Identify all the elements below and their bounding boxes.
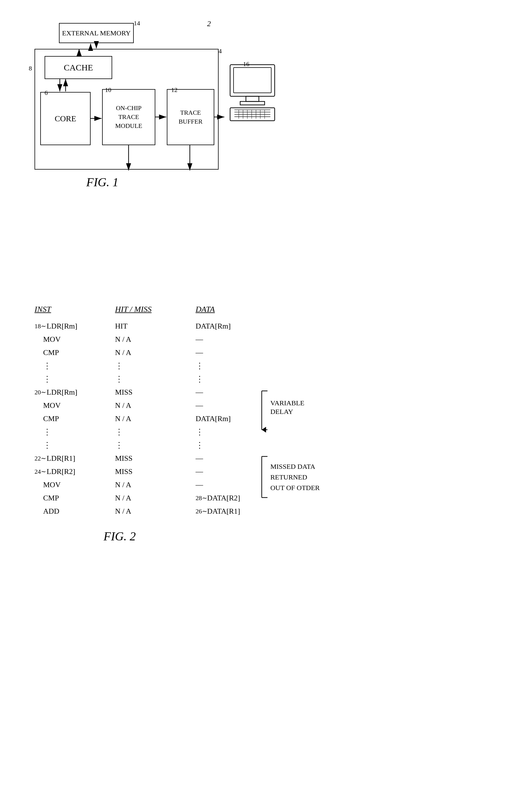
variable-label: VARIABLE	[270, 399, 304, 407]
data-val: DATA[Rm]	[196, 321, 231, 331]
fig1-diagram: 2 14 EXTERNAL MEMORY 4 8 CACHE 6 CORE 10…	[17, 11, 242, 178]
data-val: —	[196, 335, 203, 344]
row-label-26: 26∼	[196, 507, 207, 516]
data-val: DATA[Rm]	[196, 414, 231, 424]
inst-val: LDR[Rm]	[47, 387, 77, 397]
octm-label: ON-CHIPTRACEMODULE	[115, 104, 142, 130]
missed-data-label1: MISSED DATA	[270, 463, 316, 470]
data-val: —	[196, 454, 203, 463]
trace-buffer-box: TRACEBUFFER	[167, 89, 214, 145]
inst-val: MOV	[43, 401, 61, 410]
col-data-header: DATA	[196, 305, 276, 314]
hitmiss-val: HIT	[115, 321, 128, 331]
hitmiss-val: N / A	[115, 348, 131, 357]
trace-buffer-label: TRACEBUFFER	[179, 108, 202, 126]
svg-rect-16	[240, 102, 265, 105]
row-label-28: 28∼	[196, 494, 207, 502]
data-val: DATA[R2]	[207, 493, 240, 503]
table-row: ⋮ ⋮ ⋮	[34, 439, 500, 452]
data-val: —	[196, 401, 203, 410]
inst-val: LDR[Rm]	[47, 321, 77, 331]
cache-box: CACHE	[45, 56, 112, 79]
svg-rect-13	[230, 65, 275, 96]
data-val: —	[196, 348, 203, 357]
inst-val: CMP	[43, 493, 59, 503]
data-val: —	[196, 387, 203, 397]
inst-val: LDR[R2]	[47, 467, 75, 476]
inst-val: MOV	[43, 335, 61, 344]
inst-val: MOV	[43, 480, 61, 490]
row-label-20: 20∼	[34, 388, 46, 397]
data-val: DATA[R1]	[207, 506, 240, 516]
table-row: 18∼ LDR[Rm] HIT DATA[Rm]	[34, 320, 500, 333]
core-box: CORE	[40, 92, 90, 145]
hitmiss-val: N / A	[115, 493, 131, 503]
hitmiss-val: N / A	[115, 335, 131, 344]
table-row: CMP N / A —	[34, 346, 500, 359]
svg-rect-14	[234, 67, 271, 93]
table-row: ⋮ ⋮ ⋮	[34, 373, 500, 386]
hitmiss-val: MISS	[115, 454, 133, 463]
col-hitmiss-header: HIT / MISS	[115, 305, 196, 314]
label-8: 8	[29, 65, 32, 72]
cache-label: CACHE	[64, 63, 93, 72]
table-row: ⋮ ⋮ ⋮	[34, 359, 500, 373]
inst-val: ADD	[43, 506, 59, 516]
row-label-22: 22∼	[34, 455, 46, 463]
hitmiss-val: N / A	[115, 480, 131, 490]
variable-delay-svg: VARIABLE DELAY	[259, 389, 345, 433]
data-val: —	[196, 467, 203, 476]
hitmiss-val: N / A	[115, 506, 131, 516]
external-memory-box: EXTERNAL MEMORY	[59, 23, 134, 43]
table-row: ADD N / A 26∼ DATA[R1]	[34, 505, 500, 518]
missed-data-label2: RETURNED	[270, 473, 307, 481]
inst-val: CMP	[43, 414, 59, 424]
core-label: CORE	[55, 114, 76, 123]
missed-data-label3: OUT OF OTDER	[270, 484, 320, 492]
monitor-illustration	[227, 63, 279, 124]
inst-val: LDR[R1]	[47, 454, 75, 463]
inst-val: CMP	[43, 348, 59, 357]
external-memory-label: EXTERNAL MEMORY	[62, 29, 131, 37]
label-16: 16	[243, 60, 249, 68]
hitmiss-val: N / A	[115, 401, 131, 410]
svg-rect-15	[246, 96, 259, 102]
hitmiss-val: MISS	[115, 387, 133, 397]
row-label-18: 18∼	[34, 322, 46, 330]
data-val: —	[196, 480, 203, 490]
table-row: MOV N / A —	[34, 333, 500, 346]
monitor-svg	[227, 63, 279, 124]
hitmiss-val: N / A	[115, 414, 131, 424]
label-14: 14	[134, 20, 140, 27]
fig2-caption: FIG. 2	[17, 529, 500, 543]
fig2-header: INST HIT / MISS DATA	[17, 305, 500, 314]
fig1-caption: FIG. 1	[86, 175, 118, 189]
label-2: 2	[207, 20, 211, 28]
missed-data-svg: MISSED DATA RETURNED OUT OF OTDER	[259, 455, 368, 501]
on-chip-trace-module-box: ON-CHIPTRACEMODULE	[102, 89, 155, 145]
delay-label: DELAY	[270, 408, 293, 415]
col-inst-header: INST	[34, 305, 115, 314]
label-4: 4	[219, 48, 222, 55]
hitmiss-val: MISS	[115, 467, 133, 476]
row-label-24: 24∼	[34, 468, 46, 476]
